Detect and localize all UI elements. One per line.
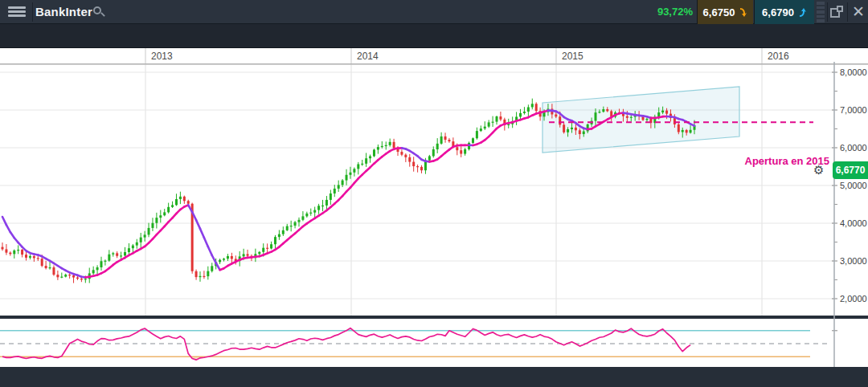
svg-text:2016: 2016 (768, 51, 789, 62)
arrow-up-icon (798, 7, 807, 18)
chart-canvas[interactable]: 20132014201520168,00007,00006,00005,0000… (0, 48, 868, 370)
arrow-down-icon (739, 7, 747, 18)
svg-text:8,0000: 8,0000 (840, 67, 867, 77)
chart-toolbar: ⚙ 1 semana ▼ 4a ▼ D 1 2 3 4 5 ⚙ Herramie… (0, 24, 868, 48)
svg-text:4,0000: 4,0000 (840, 218, 867, 228)
bid-value: 6,6750 (703, 6, 735, 18)
svg-text:2015: 2015 (562, 51, 583, 62)
svg-text:2014: 2014 (357, 51, 379, 62)
line-settings-gear-icon[interactable]: ⚙ (813, 163, 824, 177)
svg-text:2013: 2013 (151, 51, 173, 62)
main-chart[interactable]: 20132014201520168,00007,00006,00005,0000… (0, 48, 868, 370)
divider (32, 2, 33, 22)
divider (847, 2, 848, 22)
search-icon[interactable] (93, 6, 104, 18)
svg-text:2,0000: 2,0000 (840, 294, 867, 303)
svg-text:3,0000: 3,0000 (840, 256, 867, 266)
svg-text:6,0000: 6,0000 (840, 143, 867, 153)
svg-text:7,0000: 7,0000 (840, 105, 867, 115)
close-button[interactable]: ✕ (850, 2, 866, 22)
chart-window: BankInter 93,72% 6,6750 6,6790 ✕ ⚙ 1 sem… (0, 0, 868, 387)
menu-icon[interactable] (8, 6, 26, 18)
bid-quote[interactable]: 6,6750 (697, 0, 753, 24)
bottom-toolbar: Período Tipo de Gráfico Análisis Técnico… (0, 370, 868, 387)
open-price-tag: 6,6770 (833, 161, 868, 179)
symbol-title: BankInter (35, 5, 92, 18)
percent-change: 93,72% (619, 6, 693, 18)
svg-text:5,0000: 5,0000 (840, 181, 867, 190)
divider (827, 2, 828, 22)
window-grip-icon[interactable] (817, 2, 825, 22)
open-line-label: Apertura en 2015 (0, 155, 829, 167)
title-bar: BankInter 93,72% 6,6750 6,6790 ✕ (0, 0, 868, 24)
ask-quote[interactable]: 6,6790 (754, 0, 814, 24)
restore-window-button[interactable] (830, 6, 844, 18)
ask-value: 6,6790 (762, 6, 794, 18)
